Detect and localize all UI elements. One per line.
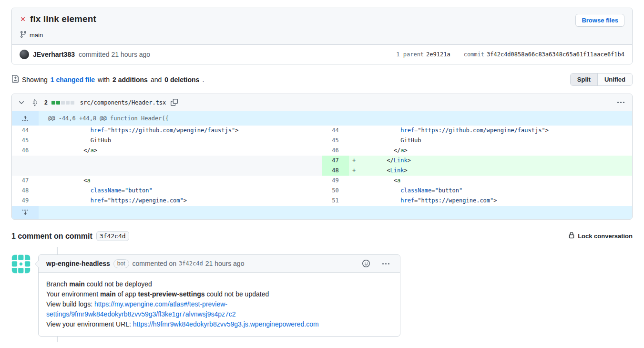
line-number[interactable]: 51 (322, 196, 349, 206)
code-text: href="https://github.com/wpengine/faustj… (359, 126, 633, 136)
line-number[interactable]: 49 (12, 196, 39, 206)
diff-file-header: 2 src/components/Header.tsx (12, 94, 632, 111)
code-text: href="https://wpengine.com"> (359, 196, 633, 206)
diff-marker (349, 126, 359, 136)
diffstat-neutral-square (66, 101, 70, 105)
diff-line-left[interactable]: 44 href="https://github.com/wpengine/fau… (12, 126, 322, 136)
deletions-count: 0 deletions (164, 76, 199, 84)
commit-sha-chip[interactable]: 3f42c4d (96, 231, 129, 241)
line-number[interactable]: 47 (322, 156, 349, 166)
expand-up-icon[interactable] (12, 111, 39, 126)
author-name[interactable]: JEverhart383 (33, 51, 75, 58)
diff-line-left (12, 156, 322, 166)
line-number[interactable]: 45 (322, 136, 349, 146)
comment-body-line: View build logs: https://my.wpengine.com… (46, 299, 392, 319)
diff-line-right[interactable]: 49 <a (322, 176, 633, 186)
comment-time[interactable]: 21 hours ago (205, 260, 245, 267)
expand-down-icon[interactable] (12, 206, 39, 219)
diff-line-right[interactable]: 50 className="button" (322, 186, 633, 196)
author-avatar[interactable] (20, 50, 29, 59)
diffstat-added-square (56, 101, 60, 105)
code-text: <Link> (359, 166, 633, 176)
comment-options-kebab-icon[interactable] (379, 261, 392, 266)
bot-avatar[interactable] (11, 254, 31, 274)
diff-marker (39, 146, 49, 156)
line-number[interactable]: 49 (322, 176, 349, 186)
comment-text: Branch (46, 280, 69, 288)
diff-line-right[interactable]: 45 GitHub (322, 136, 633, 146)
with-word: with (98, 76, 110, 84)
comment-body-line: View your environment URL: https://h9fmr… (46, 319, 392, 329)
line-number (12, 156, 39, 166)
commented-on-text: commented on (133, 260, 177, 267)
code-text: GitHub (359, 136, 633, 146)
diffstat-neutral-square (61, 101, 65, 105)
file-options-kebab-icon[interactable] (614, 100, 627, 105)
code-text (49, 166, 322, 176)
diff-marker (349, 146, 359, 156)
comment-body: Branch main could not be deployedYour en… (39, 273, 400, 336)
diff-line-right[interactable]: 46 </a> (322, 146, 633, 156)
lock-conversation-button[interactable]: Lock conversation (568, 232, 633, 240)
status-failed-x-icon[interactable] (20, 16, 26, 22)
unified-view-button[interactable]: Unified (597, 74, 632, 85)
diff-marker (39, 126, 49, 136)
line-number[interactable]: 46 (322, 146, 349, 156)
drag-move-icon[interactable] (30, 98, 40, 107)
diff-line-right[interactable]: 44 href="https://github.com/wpengine/fau… (322, 126, 633, 136)
lock-conversation-label: Lock conversation (578, 232, 633, 240)
line-number[interactable]: 44 (322, 126, 349, 136)
line-number[interactable]: 46 (12, 146, 39, 156)
comment-header: wp-engine-headless bot commented on 3f42… (39, 255, 400, 273)
parent-sha-link[interactable]: 2e9121a (426, 51, 450, 58)
diff-body: @@ -44,6 +44,8 @@ function Header({ 44 h… (12, 111, 632, 219)
line-number[interactable]: 47 (12, 176, 39, 186)
line-number[interactable]: 48 (322, 166, 349, 176)
branch-name[interactable]: main (30, 32, 43, 39)
diff-line-right[interactable]: 48+ <Link> (322, 166, 633, 176)
lock-icon (568, 232, 575, 240)
commit-header-card: fix link element Browse files main JEver… (11, 8, 633, 64)
diff-line-right[interactable]: 51 href="https://wpengine.com"> (322, 196, 633, 206)
commit-label: commit (464, 51, 484, 58)
and-word: and (151, 76, 162, 84)
line-number[interactable]: 44 (12, 126, 39, 136)
changed-file-link[interactable]: 1 changed file (51, 76, 95, 84)
comment-bold-text: main (100, 290, 116, 298)
line-number (12, 166, 39, 176)
line-number[interactable]: 50 (322, 186, 349, 196)
hunk-header-row: @@ -44,6 +44,8 @@ function Header({ (12, 111, 632, 126)
split-view-button[interactable]: Split (571, 74, 597, 85)
additions-count: 2 additions (112, 76, 148, 84)
diff-line-left[interactable]: 49 href="https://wpengine.com"> (12, 196, 322, 206)
collapse-file-chevron-icon[interactable] (17, 98, 26, 107)
committed-time: committed 21 hours ago (79, 51, 150, 58)
diff-line-left[interactable]: 45 GitHub (12, 136, 322, 146)
diff-line-left[interactable]: 48 className="button" (12, 186, 322, 196)
timeline-area: wp-engine-headless bot commented on 3f42… (11, 247, 633, 348)
files-toolbar: Showing 1 changed file with 2 additions … (11, 73, 633, 86)
comment-body-line: Branch main could not be deployed (46, 279, 392, 289)
commit-title: fix link element (30, 14, 96, 24)
line-number[interactable]: 45 (12, 136, 39, 146)
commit-page: fix link element Browse files main JEver… (0, 0, 644, 348)
diff-line-left[interactable]: 46 </a> (12, 146, 322, 156)
reaction-smiley-icon[interactable] (361, 259, 371, 268)
line-number[interactable]: 48 (12, 186, 39, 196)
comment-bold-text: test-preview-settings (138, 290, 205, 298)
comment-link[interactable]: https://h9fmr9wk84edokyrb8zvv59g3.js.wpe… (133, 320, 319, 328)
diff-marker (39, 136, 49, 146)
comment-text: could not be deployed (85, 280, 152, 288)
comment-bold-text: main (69, 280, 85, 288)
diff-line-right[interactable]: 47+ </Link> (322, 156, 633, 166)
file-path[interactable]: src/components/Header.tsx (80, 99, 166, 106)
browse-files-button[interactable]: Browse files (575, 14, 624, 27)
diff-marker (39, 166, 49, 176)
diff-marker (39, 186, 49, 196)
code-text (49, 156, 322, 166)
diff-marker (349, 186, 359, 196)
copy-path-icon[interactable] (170, 98, 179, 107)
comment-author[interactable]: wp-engine-headless (46, 260, 110, 267)
diff-line-left[interactable]: 47 <a (12, 176, 322, 186)
comment-commit-sha[interactable]: 3f42c4d (179, 260, 203, 267)
